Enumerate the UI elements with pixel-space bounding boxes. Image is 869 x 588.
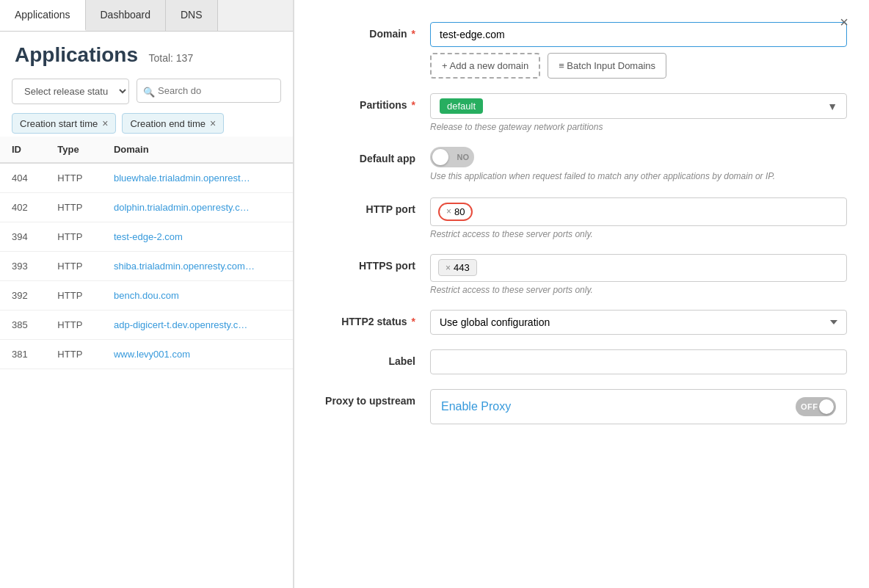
http-port-label: HTTP port <box>316 197 430 215</box>
page-header: Applications Total: 137 <box>0 32 293 73</box>
default-app-hint: Use this application when request failed… <box>430 170 847 183</box>
cell-id: 392 <box>0 281 46 311</box>
tab-dashboard[interactable]: Dashboard <box>86 0 167 31</box>
cell-type: HTTP <box>46 252 102 281</box>
partitions-field: default ▼ Release to these gateway netwo… <box>430 93 847 132</box>
http2-label: HTTP2 status * <box>316 310 430 327</box>
partitions-select-display[interactable]: default ▼ <box>430 93 847 119</box>
batch-input-button[interactable]: ≡ Batch Input Domains <box>548 53 666 79</box>
domain-actions: + Add a new domain ≡ Batch Input Domains <box>430 53 847 79</box>
table-row[interactable]: 402 HTTP dolphin.trialadmin.openresty.c… <box>0 193 293 222</box>
enable-proxy-link[interactable]: Enable Proxy <box>441 400 511 413</box>
col-type: Type <box>46 137 102 163</box>
label-label: Label <box>316 349 430 367</box>
cell-domain: adp-digicert-t.dev.openresty.c… <box>102 311 293 340</box>
search-icon: 🔍 <box>143 86 155 97</box>
cell-id: 394 <box>0 222 46 252</box>
partitions-label: Partitions * <box>316 93 430 111</box>
cell-type: HTTP <box>46 281 102 311</box>
form-row-http2: HTTP2 status * Use global configuration … <box>316 310 847 335</box>
table-row[interactable]: 394 HTTP test-edge-2.com <box>0 222 293 252</box>
label-input[interactable] <box>430 349 847 374</box>
cell-type: HTTP <box>46 311 102 340</box>
page-title: Applications <box>15 43 138 66</box>
cell-id: 381 <box>0 340 46 369</box>
domain-link[interactable]: test-edge-2.com <box>114 231 183 242</box>
form-row-default-app: Default app NO Use this application when… <box>316 147 847 183</box>
filter-tag-label-start: Creation start time <box>20 118 98 129</box>
cell-id: 404 <box>0 163 46 193</box>
cell-type: HTTP <box>46 193 102 222</box>
form-row-domain: Domain * + Add a new domain ≡ Batch Inpu… <box>316 22 847 79</box>
form-row-http-port: HTTP port × 80 Restrict access to these … <box>316 197 847 239</box>
tab-applications[interactable]: Applications <box>0 0 86 31</box>
filters: Select release status 🔍 <box>0 73 293 110</box>
domain-link[interactable]: adp-digicert-t.dev.openresty.c… <box>114 319 247 330</box>
close-button[interactable]: × <box>834 12 854 32</box>
right-panel: × Domain * + Add a new domain ≡ Batch In… <box>294 0 869 588</box>
https-port-hint: Restrict access to these server ports on… <box>430 285 847 295</box>
table-row[interactable]: 393 HTTP shiba.trialadmin.openresty.com… <box>0 252 293 281</box>
proxy-off-label: OFF <box>801 402 818 411</box>
nav-tabs: Applications Dashboard DNS <box>0 0 293 32</box>
table-row[interactable]: 385 HTTP adp-digicert-t.dev.openresty.c… <box>0 311 293 340</box>
tab-dns[interactable]: DNS <box>166 0 218 31</box>
proxy-toggle[interactable]: OFF <box>796 397 836 416</box>
add-domain-button[interactable]: + Add a new domain <box>430 53 540 79</box>
https-port-field: × 443 Restrict access to these server po… <box>430 254 847 295</box>
default-app-toggle[interactable]: NO <box>430 147 474 167</box>
cell-type: HTTP <box>46 163 102 193</box>
form-panel: Domain * + Add a new domain ≡ Batch Inpu… <box>316 22 847 424</box>
cell-type: HTTP <box>46 222 102 252</box>
col-domain: Domain <box>102 137 293 163</box>
proxy-toggle-knob <box>819 399 834 414</box>
left-panel: Applications Dashboard DNS Applications … <box>0 0 294 588</box>
domain-input[interactable] <box>430 22 847 47</box>
remove-filter-end[interactable]: × <box>210 117 216 129</box>
domain-field: + Add a new domain ≡ Batch Input Domains <box>430 22 847 79</box>
release-status-select[interactable]: Select release status <box>12 79 129 104</box>
cell-domain: www.levy001.com <box>102 340 293 369</box>
http-port-hint: Restrict access to these server ports on… <box>430 229 847 239</box>
partitions-default-badge: default <box>440 98 483 114</box>
total-badge: Total: 137 <box>148 52 193 64</box>
table-row[interactable]: 381 HTTP www.levy001.com <box>0 340 293 369</box>
cell-domain: shiba.trialadmin.openresty.com… <box>102 252 293 281</box>
https-port-label: HTTPS port <box>316 254 430 272</box>
http-port-input[interactable]: × 80 <box>430 197 847 226</box>
domain-link[interactable]: shiba.trialadmin.openresty.com… <box>114 261 255 272</box>
cell-type: HTTP <box>46 340 102 369</box>
domain-link[interactable]: dolphin.trialadmin.openresty.c… <box>114 202 250 213</box>
proxy-field: Enable Proxy OFF <box>430 389 847 424</box>
form-row-partitions: Partitions * default ▼ Release to these … <box>316 93 847 132</box>
table-row[interactable]: 404 HTTP bluewhale.trialadmin.openrest… <box>0 163 293 193</box>
domain-link[interactable]: bluewhale.trialadmin.openrest… <box>114 173 250 184</box>
cell-domain: dolphin.trialadmin.openresty.c… <box>102 193 293 222</box>
remove-http-port[interactable]: × <box>446 206 451 217</box>
http-port-field: × 80 Restrict access to these server por… <box>430 197 847 239</box>
https-port-input[interactable]: × 443 <box>430 254 847 282</box>
domain-link[interactable]: bench.dou.com <box>114 290 179 301</box>
http-port-value: 80 <box>454 206 465 217</box>
http2-select[interactable]: Use global configuration Enabled Disable… <box>430 310 847 335</box>
default-app-field: NO Use this application when request fai… <box>430 147 847 183</box>
cell-domain: bench.dou.com <box>102 281 293 311</box>
applications-table: ID Type Domain 404 HTTP bluewhale.triala… <box>0 137 293 369</box>
cell-id: 385 <box>0 311 46 340</box>
domain-label: Domain * <box>316 22 430 40</box>
label-field <box>430 349 847 374</box>
http2-field: Use global configuration Enabled Disable… <box>430 310 847 335</box>
http2-required: * <box>409 316 415 327</box>
remove-https-port[interactable]: × <box>446 263 451 273</box>
default-app-label: Default app <box>316 147 430 164</box>
form-row-https-port: HTTPS port × 443 Restrict access to thes… <box>316 254 847 295</box>
cell-domain: test-edge-2.com <box>102 222 293 252</box>
form-row-label: Label <box>316 349 847 374</box>
remove-filter-start[interactable]: × <box>102 117 108 129</box>
cell-domain: bluewhale.trialadmin.openrest… <box>102 163 293 193</box>
toggle-knob <box>432 149 448 165</box>
table-row[interactable]: 392 HTTP bench.dou.com <box>0 281 293 311</box>
search-input[interactable] <box>137 79 281 103</box>
domain-link[interactable]: www.levy001.com <box>114 349 190 360</box>
toggle-no-label: NO <box>457 153 470 161</box>
